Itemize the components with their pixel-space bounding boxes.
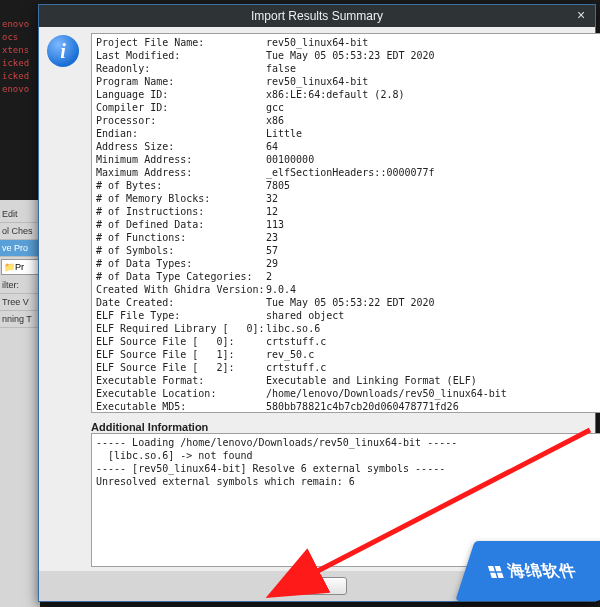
bg-left-pane: Edit ol Ches ve Pro Pr ilter: Tree V nni… bbox=[0, 200, 40, 607]
dialog-titlebar[interactable]: Import Results Summary × bbox=[39, 5, 595, 27]
property-value: 580bb78821c4b7cb20d060478771fd26 bbox=[266, 401, 459, 412]
property-value: 2 bbox=[266, 271, 272, 282]
property-value: x86:LE:64:default (2.8) bbox=[266, 89, 404, 100]
dialog-main: Project File Name:rev50_linux64-bitLast … bbox=[91, 33, 600, 567]
property-key: Minimum Address: bbox=[96, 153, 266, 166]
property-key: Endian: bbox=[96, 127, 266, 140]
property-key: Processor: bbox=[96, 114, 266, 127]
property-row: Created With Ghidra Version:9.0.4 bbox=[96, 283, 600, 296]
property-key: # of Functions: bbox=[96, 231, 266, 244]
property-value: 00100000 bbox=[266, 154, 314, 165]
property-value: rev50_linux64-bit bbox=[266, 76, 368, 87]
property-value: false bbox=[266, 63, 296, 74]
additional-info-line: [libc.so.6] -> not found bbox=[96, 449, 600, 462]
additional-info-pane[interactable]: ----- Loading /home/lenovo/Downloads/rev… bbox=[91, 433, 600, 567]
property-value: 32 bbox=[266, 193, 278, 204]
close-icon[interactable]: × bbox=[573, 7, 589, 23]
property-value: _elfSectionHeaders::0000077f bbox=[266, 167, 435, 178]
property-value: 23 bbox=[266, 232, 278, 243]
properties-pane[interactable]: Project File Name:rev50_linux64-bitLast … bbox=[91, 33, 600, 413]
property-key: Date Created: bbox=[96, 296, 266, 309]
property-value: rev50_linux64-bit bbox=[266, 37, 368, 48]
property-key: Executable Format: bbox=[96, 374, 266, 387]
ok-button[interactable]: OK bbox=[287, 577, 347, 595]
property-row: Minimum Address:00100000 bbox=[96, 153, 600, 166]
info-glyph: i bbox=[47, 35, 79, 67]
property-value: 7805 bbox=[266, 180, 290, 191]
property-row: ELF Source File [ 0]:crtstuff.c bbox=[96, 335, 600, 348]
additional-info-label: Additional Information bbox=[91, 421, 600, 433]
property-value: Tue May 05 05:53:23 EDT 2020 bbox=[266, 50, 435, 61]
property-value: Little bbox=[266, 128, 302, 139]
property-row: Executable Format:Executable and Linking… bbox=[96, 374, 600, 387]
property-row: ELF File Type:shared object bbox=[96, 309, 600, 322]
additional-info-line: ----- Loading /home/lenovo/Downloads/rev… bbox=[96, 436, 600, 449]
property-row: ELF Required Library [ 0]:libc.so.6 bbox=[96, 322, 600, 335]
property-value: gcc bbox=[266, 102, 284, 113]
property-value: shared object bbox=[266, 310, 344, 321]
additional-info-line: ----- [rev50_linux64-bit] Resolve 6 exte… bbox=[96, 462, 600, 475]
property-key: # of Symbols: bbox=[96, 244, 266, 257]
property-key: # of Memory Blocks: bbox=[96, 192, 266, 205]
property-key: # of Defined Data: bbox=[96, 218, 266, 231]
property-row: Endian:Little bbox=[96, 127, 600, 140]
property-value: x86 bbox=[266, 115, 284, 126]
property-key: # of Data Type Categories: bbox=[96, 270, 266, 283]
property-key: Program Name: bbox=[96, 75, 266, 88]
property-key: Project File Name: bbox=[96, 36, 266, 49]
property-key: Readonly: bbox=[96, 62, 266, 75]
property-row: # of Bytes:7805 bbox=[96, 179, 600, 192]
property-key: Language ID: bbox=[96, 88, 266, 101]
property-key: Compiler ID: bbox=[96, 101, 266, 114]
property-row: # of Data Types:29 bbox=[96, 257, 600, 270]
property-row: Last Modified:Tue May 05 05:53:23 EDT 20… bbox=[96, 49, 600, 62]
property-row: Maximum Address:_elfSectionHeaders::0000… bbox=[96, 166, 600, 179]
property-value: libc.so.6 bbox=[266, 323, 320, 334]
bg-left-text: enovo ocs xtens icked icked enovo bbox=[0, 18, 40, 96]
property-row: ELF Source File [ 1]:rev_50.c bbox=[96, 348, 600, 361]
property-value: 29 bbox=[266, 258, 278, 269]
property-value: Tue May 05 05:53:22 EDT 2020 bbox=[266, 297, 435, 308]
property-value: crtstuff.c bbox=[266, 336, 326, 347]
dialog-title: Import Results Summary bbox=[251, 9, 383, 23]
property-key: Executable Location: bbox=[96, 387, 266, 400]
property-row: Readonly:false bbox=[96, 62, 600, 75]
property-row: Project File Name:rev50_linux64-bit bbox=[96, 36, 600, 49]
dialog-button-bar: OK bbox=[39, 571, 595, 601]
property-row: Address Size:64 bbox=[96, 140, 600, 153]
property-row: ELF Source File [ 2]:crtstuff.c bbox=[96, 361, 600, 374]
property-key: Address Size: bbox=[96, 140, 266, 153]
property-row: # of Instructions:12 bbox=[96, 205, 600, 218]
property-row: Program Name:rev50_linux64-bit bbox=[96, 75, 600, 88]
property-row: Date Created:Tue May 05 05:53:22 EDT 202… bbox=[96, 296, 600, 309]
dialog-content: i Project File Name:rev50_linux64-bitLas… bbox=[39, 27, 595, 571]
info-icon: i bbox=[47, 33, 83, 567]
property-row: Language ID:x86:LE:64:default (2.8) bbox=[96, 88, 600, 101]
import-results-dialog: Import Results Summary × i Project File … bbox=[38, 4, 596, 602]
property-key: ELF Required Library [ 0]: bbox=[96, 322, 266, 335]
property-key: # of Bytes: bbox=[96, 179, 266, 192]
property-key: Maximum Address: bbox=[96, 166, 266, 179]
property-key: ELF Source File [ 0]: bbox=[96, 335, 266, 348]
property-key: # of Instructions: bbox=[96, 205, 266, 218]
property-row: # of Memory Blocks:32 bbox=[96, 192, 600, 205]
property-key: ELF Source File [ 2]: bbox=[96, 361, 266, 374]
property-value: 9.0.4 bbox=[266, 284, 296, 295]
property-key: ELF Source File [ 1]: bbox=[96, 348, 266, 361]
property-row: # of Symbols:57 bbox=[96, 244, 600, 257]
property-row: # of Defined Data:113 bbox=[96, 218, 600, 231]
property-row: Compiler ID:gcc bbox=[96, 101, 600, 114]
property-key: Created With Ghidra Version: bbox=[96, 283, 266, 296]
property-value: 12 bbox=[266, 206, 278, 217]
property-value: 57 bbox=[266, 245, 278, 256]
property-value: 113 bbox=[266, 219, 284, 230]
property-value: 64 bbox=[266, 141, 278, 152]
property-value: Executable and Linking Format (ELF) bbox=[266, 375, 477, 386]
property-row: Executable MD5:580bb78821c4b7cb20d060478… bbox=[96, 400, 600, 413]
property-key: ELF File Type: bbox=[96, 309, 266, 322]
property-row: Processor:x86 bbox=[96, 114, 600, 127]
property-row: # of Data Type Categories:2 bbox=[96, 270, 600, 283]
property-row: # of Functions:23 bbox=[96, 231, 600, 244]
property-value: crtstuff.c bbox=[266, 362, 326, 373]
property-key: # of Data Types: bbox=[96, 257, 266, 270]
